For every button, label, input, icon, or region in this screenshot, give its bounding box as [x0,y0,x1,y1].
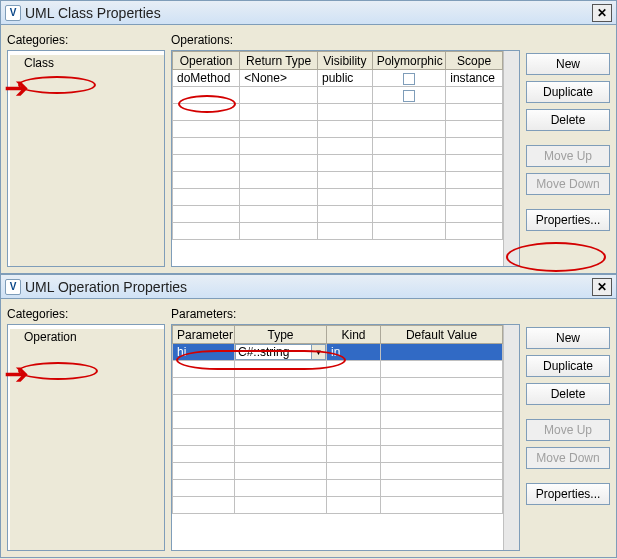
categories-tree[interactable]: Operation Specification Method Parameter… [7,324,165,551]
dialog-title: UML Class Properties [25,5,161,21]
table-row[interactable] [173,378,503,395]
move-down-button[interactable]: Move Down [526,173,610,195]
table-row[interactable]: doMethod <None> public instance [173,70,503,87]
combo-value: C#::string [236,345,311,359]
col-operation[interactable]: Operation [173,52,240,70]
cell-parameter[interactable]: hi [173,344,235,361]
properties-button[interactable]: Properties... [526,209,610,231]
table-row[interactable] [173,429,503,446]
table-row[interactable] [173,223,503,240]
table-row[interactable] [173,155,503,172]
close-button[interactable]: ✕ [592,278,612,296]
move-down-button[interactable]: Move Down [526,447,610,469]
col-type[interactable]: Type [235,326,327,344]
app-icon: V [5,279,21,295]
dialog-title: UML Operation Properties [25,279,187,295]
col-scope[interactable]: Scope [446,52,503,70]
new-button[interactable]: New [526,327,610,349]
cell-scope[interactable]: instance [446,70,503,87]
operations-label: Operations: [171,33,520,47]
table-row[interactable] [173,480,503,497]
tree-item-operation[interactable]: Operation [10,329,165,551]
cell-return-type[interactable]: <None> [240,70,318,87]
title-bar: V UML Operation Properties ✕ [1,275,616,299]
new-button[interactable]: New [526,53,610,75]
cell-polymorphic[interactable] [372,70,446,87]
parameters-label: Parameters: [171,307,520,321]
table-row[interactable] [173,189,503,206]
table-row[interactable] [173,497,503,514]
operations-grid[interactable]: Operation Return Type Visibility Polymor… [172,51,503,240]
col-visibility[interactable]: Visibility [318,52,373,70]
table-row[interactable] [173,138,503,155]
table-row[interactable]: hi C#::string ▼ in [173,344,503,361]
table-row[interactable] [173,446,503,463]
vertical-scrollbar[interactable] [503,51,519,266]
type-combobox[interactable]: C#::string ▼ [235,344,326,360]
chevron-down-icon[interactable]: ▼ [311,345,325,359]
app-icon: V [5,5,21,21]
move-up-button[interactable]: Move Up [526,419,610,441]
dialog-uml-class-properties: V UML Class Properties ✕ Categories: Cla… [0,0,617,274]
table-row[interactable] [173,104,503,121]
checkbox-icon[interactable] [403,90,415,102]
duplicate-button[interactable]: Duplicate [526,81,610,103]
table-row[interactable] [173,172,503,189]
dialog-uml-operation-properties: V UML Operation Properties ✕ Categories:… [0,274,617,558]
vertical-scrollbar[interactable] [503,325,519,550]
cell-visibility[interactable]: public [318,70,373,87]
table-row[interactable] [173,412,503,429]
close-icon: ✕ [597,280,607,294]
delete-button[interactable]: Delete [526,109,610,131]
col-parameter[interactable]: Parameter [173,326,235,344]
col-default-value[interactable]: Default Value [381,326,503,344]
cell-kind[interactable]: in [327,344,381,361]
cell-type[interactable]: C#::string ▼ [235,344,327,361]
duplicate-button[interactable]: Duplicate [526,355,610,377]
tree-item-class[interactable]: Class [10,55,165,267]
title-bar: V UML Class Properties ✕ [1,1,616,25]
table-row[interactable] [173,121,503,138]
categories-label: Categories: [7,307,165,321]
col-polymorphic[interactable]: Polymorphic [372,52,446,70]
close-button[interactable]: ✕ [592,4,612,22]
table-row[interactable] [173,463,503,480]
delete-button[interactable]: Delete [526,383,610,405]
cell-operation[interactable]: doMethod [173,70,240,87]
cell-default-value[interactable] [381,344,503,361]
properties-button[interactable]: Properties... [526,483,610,505]
table-row[interactable] [173,395,503,412]
table-row[interactable] [173,87,503,104]
col-kind[interactable]: Kind [327,326,381,344]
categories-label: Categories: [7,33,165,47]
parameters-grid[interactable]: Parameter Type Kind Default Value [172,325,503,514]
col-return-type[interactable]: Return Type [240,52,318,70]
categories-tree[interactable]: Class Attributes Operations Receptions T… [7,50,165,267]
close-icon: ✕ [597,6,607,20]
table-row[interactable] [173,206,503,223]
table-row[interactable] [173,361,503,378]
move-up-button[interactable]: Move Up [526,145,610,167]
checkbox-icon[interactable] [403,73,415,85]
